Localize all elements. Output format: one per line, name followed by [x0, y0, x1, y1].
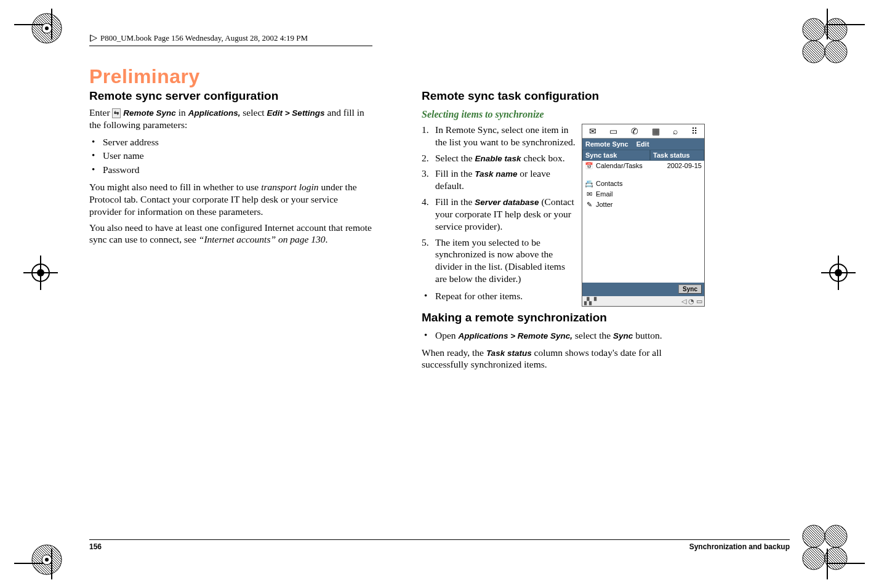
registration-mark-icon — [30, 542, 64, 577]
registration-mark-icon — [800, 523, 849, 572]
svg-point-22 — [803, 547, 825, 570]
apps-icon: ⠿ — [691, 126, 697, 136]
column-header: Task status — [650, 150, 704, 161]
list-item: Password — [89, 164, 372, 176]
table-row: ✉Email — [582, 189, 704, 199]
header-text: P800_UM.book Page 156 Wednesday, August … — [100, 33, 308, 42]
mail-icon: ✉ — [589, 126, 596, 136]
email-icon: ✉ — [585, 190, 593, 198]
page-header: P800_UM.book Page 156 Wednesday, August … — [89, 32, 372, 50]
bullet-list: Open Applications > Remote Sync, select … — [422, 329, 705, 342]
book-icon: ▭ — [609, 126, 617, 136]
watermark-text: Preliminary — [89, 65, 790, 88]
svg-point-16 — [803, 18, 825, 41]
list-item: Open Applications > Remote Sync, select … — [422, 329, 705, 342]
search-icon: ⌕ — [673, 126, 678, 136]
cell-text: Email — [593, 190, 656, 198]
paragraph: You might also need to fill in whether t… — [89, 181, 372, 217]
sync-button: Sync — [678, 284, 702, 294]
menu-app: Remote Sync — [585, 140, 628, 148]
device-buttonbar: Sync — [582, 283, 704, 296]
list-item: Fill in the Task name or leave default. — [422, 167, 576, 192]
signal-icon: ▞▖▘ — [584, 297, 599, 305]
column-header: Sync task — [582, 150, 650, 161]
svg-point-20 — [803, 525, 825, 547]
list-item: The item you selected to be synchronized… — [422, 236, 576, 285]
page-footer: 156 Synchronization and backup — [89, 539, 790, 551]
remote-sync-app-icon: ⇆ — [112, 108, 121, 118]
cell-text: Contacts — [593, 180, 656, 188]
status-icons: ◁ ◔ ▭ — [681, 297, 702, 305]
page-number: 156 — [89, 542, 102, 551]
contacts-icon: 📇 — [585, 180, 593, 188]
registration-mark-icon — [800, 16, 849, 65]
bullet-list: Server address User name Password — [89, 136, 372, 176]
cell-text: Jotter — [593, 201, 656, 209]
list-item: Fill in the Server database (Contact you… — [422, 196, 576, 232]
paragraph: You also need to have at least one confi… — [89, 222, 372, 246]
paragraph: Enter ⇆ Remote Sync in Applications, sel… — [89, 107, 372, 131]
paragraph: When ready, the Task status column shows… — [422, 347, 705, 371]
svg-point-18 — [803, 41, 825, 63]
jotter-icon: ✎ — [585, 201, 593, 209]
sub-heading: Selecting items to synchronize — [422, 109, 705, 120]
phone-icon: ✆ — [631, 126, 638, 136]
list-item: User name — [89, 150, 372, 162]
svg-point-15 — [45, 558, 49, 562]
calendar-icon: 📅 — [585, 162, 593, 170]
calendar-icon: ▦ — [652, 126, 660, 136]
svg-point-19 — [825, 41, 847, 63]
svg-point-23 — [825, 547, 847, 570]
svg-point-21 — [825, 525, 847, 547]
device-statusbar: ▞▖▘ ◁ ◔ ▭ — [582, 296, 704, 306]
section-heading: Remote sync task configuration — [422, 89, 705, 103]
table-row: 📅 Calendar/Tasks 2002-09-15 — [582, 161, 704, 171]
registration-mark-icon — [23, 256, 58, 290]
svg-point-11 — [45, 26, 49, 30]
device-menubar: Remote Sync Edit — [582, 139, 704, 150]
menu-edit: Edit — [636, 140, 649, 148]
list-item: Server address — [89, 136, 372, 148]
cell-text: 2002-09-15 — [656, 162, 702, 170]
svg-point-17 — [825, 18, 847, 41]
list-item: Select the Enable task check box. — [422, 152, 576, 164]
device-screenshot: ✉ ▭ ✆ ▦ ⌕ ⠿ Remote Sync Edit Sync task T… — [582, 124, 705, 307]
cell-text: Calendar/Tasks — [593, 162, 656, 170]
device-toolbar: ✉ ▭ ✆ ▦ ⌕ ⠿ — [582, 124, 704, 139]
table-row: 📇Contacts — [582, 179, 704, 189]
section-name: Synchronization and backup — [689, 542, 790, 551]
registration-mark-icon — [30, 11, 64, 46]
ordered-list: In Remote Sync, select one item in the l… — [422, 124, 576, 285]
list-item: In Remote Sync, select one item in the l… — [422, 124, 576, 148]
table-header: Sync task Task status — [582, 150, 704, 161]
section-heading: Remote sync server configuration — [89, 89, 372, 103]
section-heading: Making a remote synchronization — [422, 311, 705, 324]
book-icon — [89, 32, 98, 42]
table-row: ✎Jotter — [582, 199, 704, 210]
registration-mark-icon — [821, 256, 856, 290]
